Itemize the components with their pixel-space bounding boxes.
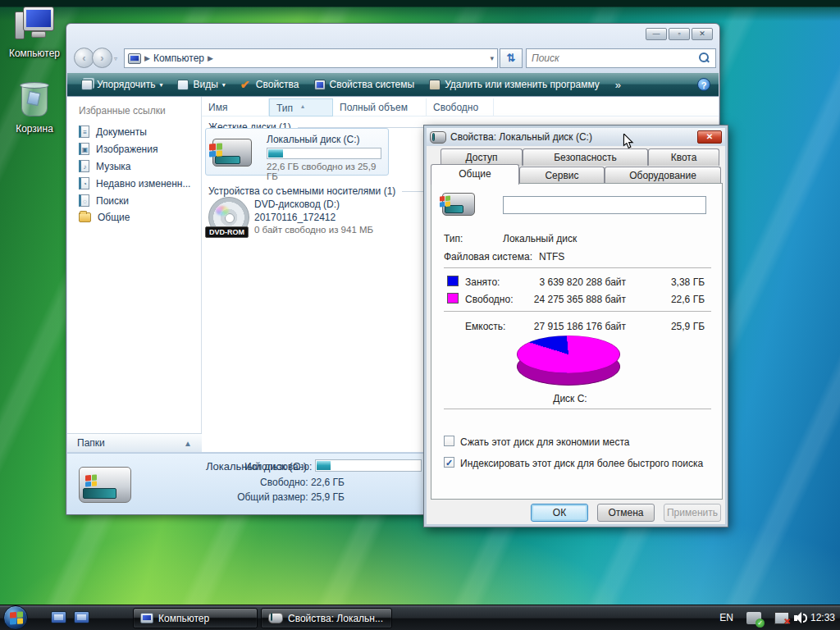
properties-dialog: Свойства: Локальный диск (C:) ✕ Доступ Б…	[423, 125, 728, 527]
toolbar-overflow-chevron[interactable]: »	[609, 79, 628, 91]
windows-logo-icon	[10, 611, 23, 624]
sidebar-item-label: Документы	[96, 126, 147, 138]
pie-chart-label: Диск C:	[488, 393, 652, 404]
column-type[interactable]: ▴ Тип	[269, 98, 333, 116]
compress-checkbox-label[interactable]: Сжать этот диск для экономии места	[460, 436, 629, 448]
system-monitor-icon	[314, 80, 326, 90]
help-icon[interactable]: ?	[697, 78, 710, 91]
column-total-size[interactable]: Полный объем	[333, 98, 427, 116]
search-icon[interactable]	[697, 52, 710, 65]
separator	[444, 267, 711, 268]
searches-icon: ◌	[79, 194, 89, 207]
dialog-title-bar: Свойства: Локальный диск (C:) ✕	[427, 128, 725, 146]
breadcrumb-arrow-icon[interactable]: ▶	[208, 54, 213, 62]
dialog-title: Свойства: Локальный диск (C:)	[450, 131, 592, 143]
sidebar-item-music[interactable]: ♪ Музыка	[67, 158, 201, 175]
address-bar[interactable]: ▶ Компьютер ▶ ▾	[124, 48, 498, 68]
disk-usage-pie-chart	[517, 336, 620, 388]
ok-button[interactable]: ОК	[531, 504, 588, 522]
type-label: Тип:	[444, 233, 463, 244]
search-input[interactable]	[527, 52, 697, 64]
close-button[interactable]: ✕	[692, 28, 713, 40]
minimize-button[interactable]: —	[646, 28, 667, 40]
taskbar-button-label: Свойства: Локальн...	[288, 613, 383, 624]
computer-icon	[13, 7, 56, 44]
sidebar-item-searches[interactable]: ◌ Поиски	[67, 192, 201, 209]
clock[interactable]: 12:33	[810, 612, 835, 623]
dvd-item[interactable]: DVD-ROM DVD-дисковод (D:) 20170116_17241…	[205, 197, 451, 248]
usb-safely-remove-icon[interactable]	[746, 612, 761, 624]
sidebar-item-label: Поиски	[96, 195, 129, 207]
column-headers: Имя ▴ Тип Полный объем Свободно	[202, 98, 719, 116]
desktop-icon-computer[interactable]: Компьютер	[0, 7, 69, 59]
desktop-icon-recycle-bin[interactable]: Корзина	[0, 82, 69, 135]
used-bytes: 3 639 820 288 байт	[503, 276, 626, 288]
drive-name: Локальный диск (C:)	[267, 134, 360, 145]
address-dropdown-icon[interactable]: ▾	[490, 54, 494, 62]
apply-button: Применить	[664, 504, 721, 522]
tab-quota[interactable]: Квота	[648, 148, 719, 166]
refresh-button[interactable]: ⇅	[500, 48, 523, 68]
capacity-bytes: 27 915 186 176 байт	[503, 321, 626, 332]
checkmark-icon: ✔	[240, 80, 252, 90]
program-icon	[429, 80, 441, 90]
maximize-button[interactable]: ▫	[669, 28, 690, 40]
toolbar-organize-button[interactable]: Упорядочить ▾	[75, 76, 168, 93]
sidebar-item-documents[interactable]: ≡ Документы	[67, 123, 201, 140]
column-free-space[interactable]: Свободно	[427, 98, 494, 116]
used-label: Занято:	[465, 276, 500, 288]
drive-c-item[interactable]: Локальный диск (C:) 22,6 ГБ свободно из …	[205, 128, 389, 176]
used-color-swatch	[447, 276, 459, 286]
forward-button[interactable]: ›	[92, 48, 112, 68]
dvd-name: DVD-дисковод (D:)	[254, 199, 340, 210]
volume-icon[interactable]	[794, 612, 809, 624]
chevron-down-icon: ▾	[222, 81, 226, 89]
capacity-size: 25,9 ГБ	[634, 321, 705, 332]
chevron-down-icon: ▾	[159, 81, 162, 89]
start-button[interactable]	[3, 605, 28, 630]
recent-changes-icon: ◔	[79, 177, 89, 189]
volume-label-input[interactable]	[503, 196, 706, 214]
dialog-close-button[interactable]: ✕	[697, 130, 722, 144]
filesystem-value: NTFS	[539, 251, 564, 262]
tab-tools[interactable]: Сервис	[519, 167, 605, 184]
type-value: Локальный диск	[503, 233, 577, 244]
language-indicator[interactable]: EN	[719, 612, 733, 623]
sidebar-item-label: Музыка	[96, 161, 130, 172]
cancel-button[interactable]: Отмена	[597, 504, 655, 522]
address-row: ‹ › ▿ ▶ Компьютер ▶ ▾ ⇅	[66, 45, 719, 71]
taskbar-button-computer[interactable]: Компьютер	[133, 608, 258, 628]
wallpaper-top-band	[0, 0, 840, 21]
history-dropdown-icon[interactable]: ▿	[114, 55, 117, 62]
tab-general[interactable]: Общие	[431, 164, 519, 185]
column-name[interactable]: Имя	[202, 98, 269, 116]
index-checkbox[interactable]: ✓	[444, 457, 454, 468]
tab-hardware[interactable]: Оборудование	[605, 167, 721, 184]
command-toolbar: Упорядочить ▾ Виды ▾ ✔ Свойства Свойства…	[67, 73, 719, 96]
free-color-swatch	[447, 293, 459, 304]
tab-access[interactable]: Доступ	[441, 148, 523, 166]
search-box[interactable]	[526, 48, 716, 68]
show-desktop-icon[interactable]	[74, 611, 89, 623]
toolbar-properties-button[interactable]: ✔ Свойства	[235, 76, 305, 93]
taskbar-button-properties[interactable]: Свойства: Локальн...	[261, 608, 392, 628]
breadcrumb[interactable]: Компьютер	[153, 52, 204, 64]
sidebar-item-public[interactable]: Общие	[67, 209, 201, 226]
caption-buttons: — ▫ ✕	[646, 28, 713, 40]
folders-expander[interactable]: Папки ▲	[67, 433, 202, 452]
desktop-icon-label: Компьютер	[0, 48, 69, 59]
taskbar-button-label: Компьютер	[158, 613, 209, 624]
mouse-cursor	[621, 134, 636, 153]
sidebar-item-label: Недавно измененн...	[96, 178, 190, 189]
switch-windows-icon[interactable]	[51, 611, 66, 623]
toolbar-uninstall-button[interactable]: Удалить или изменить программу	[423, 76, 605, 93]
network-disconnected-icon[interactable]	[774, 612, 789, 624]
sidebar-item-pictures[interactable]: ▣ Изображения	[67, 140, 201, 158]
toolbar-views-button[interactable]: Виды ▾	[171, 76, 231, 93]
toolbar-system-properties-button[interactable]: Свойства системы	[308, 76, 421, 93]
compress-checkbox[interactable]	[444, 436, 454, 446]
sidebar-item-recent[interactable]: ◔ Недавно измененн...	[67, 175, 201, 192]
free-bytes: 24 275 365 888 байт	[503, 294, 626, 305]
index-checkbox-label[interactable]: Индексировать этот диск для более быстро…	[460, 458, 703, 469]
dvd-rom-badge: DVD-ROM	[205, 226, 249, 238]
